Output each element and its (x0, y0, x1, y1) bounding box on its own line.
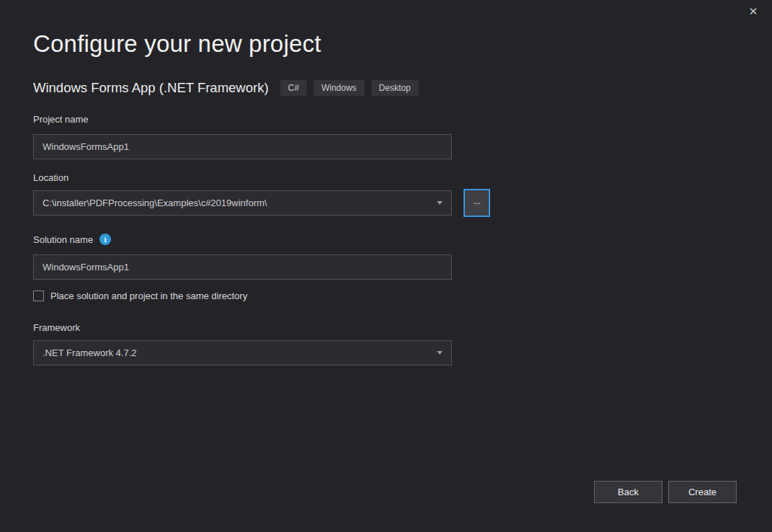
solution-name-label: Solution name (33, 234, 93, 245)
project-type-row: Windows Forms App (.NET Framework) C# Wi… (33, 80, 425, 96)
location-label: Location (33, 172, 68, 183)
solution-name-label-row: Solution name i (33, 234, 111, 245)
location-combobox[interactable]: C:\installer\PDFProcessing\Examples\c#20… (33, 190, 452, 216)
tag-language: C# (280, 80, 307, 96)
close-icon[interactable]: ✕ (743, 3, 763, 20)
solution-name-input[interactable] (33, 254, 452, 280)
page-title: Configure your new project (33, 30, 321, 58)
project-type-name: Windows Forms App (.NET Framework) (33, 80, 269, 96)
same-directory-checkbox-row[interactable]: Place solution and project in the same d… (33, 291, 247, 301)
same-directory-label: Place solution and project in the same d… (50, 291, 247, 301)
configure-project-dialog: ✕ Configure your new project Windows For… (0, 0, 772, 532)
project-name-input[interactable] (33, 134, 452, 159)
chevron-down-icon[interactable] (437, 201, 443, 205)
chevron-down-icon[interactable] (437, 351, 443, 355)
browse-location-button[interactable]: ... (463, 189, 490, 217)
tag-platform: Windows (314, 80, 365, 96)
back-button[interactable]: Back (594, 481, 662, 503)
framework-label: Framework (33, 322, 80, 333)
framework-value: .NET Framework 4.7.2 (43, 347, 431, 358)
framework-dropdown[interactable]: .NET Framework 4.7.2 (33, 340, 452, 365)
create-button[interactable]: Create (668, 481, 737, 503)
project-name-label: Project name (33, 114, 89, 125)
info-icon[interactable]: i (99, 234, 111, 245)
location-value: C:\installer\PDFProcessing\Examples\c#20… (43, 198, 431, 208)
same-directory-checkbox[interactable] (33, 291, 44, 301)
tag-category: Desktop (371, 80, 419, 96)
